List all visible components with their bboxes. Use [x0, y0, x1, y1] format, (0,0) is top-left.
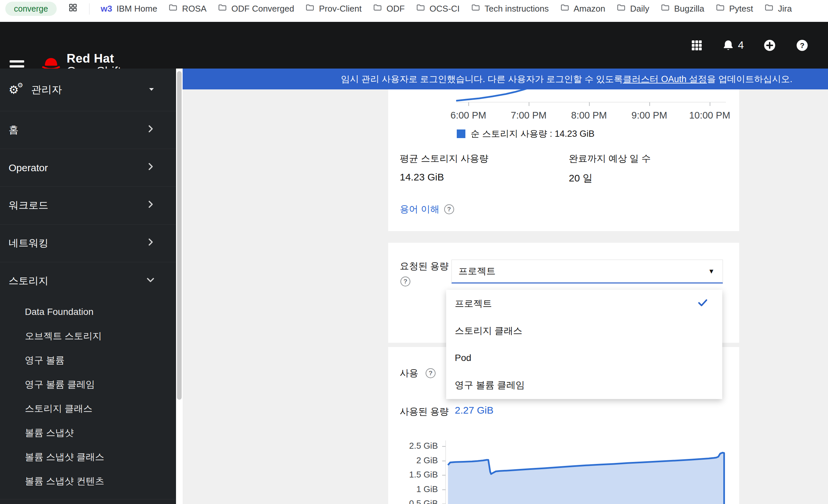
folder-icon	[617, 3, 626, 14]
sidebar-divider	[0, 499, 176, 504]
cluster-oauth-settings-link[interactable]: 클러스터 OAuth 설정	[623, 73, 707, 85]
bookmark-label: ODF	[386, 4, 405, 14]
converge-pill[interactable]: converge	[5, 2, 57, 16]
menu-option-프로젝트[interactable]: 프로젝트	[446, 290, 722, 317]
sidebar-item-네트워킹[interactable]: 네트워킹	[0, 224, 176, 262]
bookmark-rosa[interactable]: ROSA	[168, 3, 207, 14]
usage-y-axis	[446, 441, 446, 504]
understand-terms-link[interactable]: 용어 이해	[400, 203, 440, 216]
chevron-right-icon	[146, 124, 156, 136]
bookmark-label: Bugzilla	[674, 4, 704, 14]
y-tick-label: 2 GiB	[388, 455, 438, 466]
bookmark-label: Tech instructions	[485, 4, 549, 14]
bookmarks-bar: converge w3IBM HomeROSAODF ConvergedProv…	[0, 0, 828, 17]
sidebar-item-operator[interactable]: Operator	[0, 149, 176, 186]
w3-favicon: w3	[101, 4, 112, 14]
y-tick-label: 0.5 GiB	[388, 498, 438, 504]
y-tick-mark	[442, 446, 446, 447]
banner-text: 임시 관리 사용자로 로그인했습니다. 다른 사용자가 로그인할 수 있도록 클…	[183, 68, 828, 89]
bookmark-prov-client[interactable]: Prov-Client	[305, 3, 362, 14]
requested-capacity-label: 요청된 용량	[400, 260, 449, 273]
sidebar-item-워크로드[interactable]: 워크로드	[0, 186, 176, 224]
avg-usage-label: 평균 스토리지 사용량	[400, 152, 489, 165]
sidebar-subitem-볼륨-스냅샷[interactable]: 볼륨 스냅샷	[0, 420, 176, 445]
bookmark-label: OCS-CI	[429, 4, 460, 14]
sidebar-subitem-data-foundation[interactable]: Data Foundation	[0, 300, 176, 324]
y-tick-label: 1.5 GiB	[388, 469, 438, 480]
bookmark-jira[interactable]: Jira	[764, 3, 792, 14]
breakdown-select-value: 프로젝트	[458, 265, 496, 277]
trend-x-axis	[456, 102, 726, 102]
help-question-circle-icon[interactable]: ?	[795, 39, 809, 52]
svg-text:?: ?	[800, 41, 804, 49]
bookmark-tech-instructions[interactable]: Tech instructions	[471, 3, 549, 14]
usage-area-chart	[446, 441, 726, 504]
bookmark-odf[interactable]: ODF	[373, 3, 405, 14]
notifications-bell-icon[interactable]: 4	[722, 39, 744, 52]
add-plus-circle-icon[interactable]	[763, 39, 776, 52]
breakdown-select[interactable]: 프로젝트 ▼	[451, 260, 723, 283]
used-capacity-label: 사용된 용량	[400, 405, 449, 418]
days-to-full-label: 완료까지 예상 일 수	[569, 152, 651, 165]
menu-option-pod[interactable]: Pod	[446, 345, 722, 372]
sidebar-scrollbar-track[interactable]	[176, 68, 183, 504]
sidebar-subitem-영구-볼륨[interactable]: 영구 볼륨	[0, 348, 176, 372]
sidebar-subitem-볼륨-스냅샷-클래스[interactable]: 볼륨 스냅샷 클래스	[0, 445, 176, 469]
bookmark-odf-converged[interactable]: ODF Converged	[218, 3, 294, 14]
app-launcher-icon[interactable]	[691, 39, 703, 51]
masthead: Red Hat OpenShift 4	[0, 22, 828, 68]
bookmark-label: Amazon	[574, 4, 605, 14]
menu-option-영구-볼륨-클레임[interactable]: 영구 볼륨 클레임	[446, 372, 722, 399]
y-tick-mark	[442, 475, 446, 475]
x-tick-label: 10:00 PM	[680, 110, 740, 121]
folder-icon	[373, 3, 382, 14]
usage-title: 사용	[400, 367, 418, 379]
chevron-right-icon	[146, 162, 156, 174]
help-icon[interactable]: ?	[401, 276, 410, 286]
menu-option-스토리지-클래스[interactable]: 스토리지 클래스	[446, 317, 722, 345]
used-capacity-value-link[interactable]: 2.27 GiB	[455, 405, 494, 416]
days-to-full-value: 20 일	[569, 172, 593, 185]
x-tick-mark	[468, 102, 469, 106]
bookmark-label: Daily	[630, 4, 649, 14]
legend-label: 순 스토리지 사용량 : 14.23 GiB	[471, 128, 595, 140]
chevron-right-icon	[146, 199, 156, 212]
sidebar-subitem-스토리지-클래스[interactable]: 스토리지 클래스	[0, 396, 176, 420]
folder-icon	[716, 3, 725, 14]
bookmark-ocs-ci[interactable]: OCS-CI	[416, 3, 460, 14]
chevron-right-icon	[146, 237, 156, 249]
bookmark-bugzilla[interactable]: Bugzilla	[661, 3, 704, 14]
y-tick-label: 1 GiB	[388, 484, 438, 494]
folder-icon	[560, 3, 570, 14]
sidebar-subitem-영구-볼륨-클레임[interactable]: 영구 볼륨 클레임	[0, 372, 176, 396]
bookmark-daily[interactable]: Daily	[617, 3, 649, 14]
sidebar-scrollbar-thumb[interactable]	[177, 71, 182, 400]
sidebar-item-스토리지[interactable]: 스토리지	[0, 262, 176, 300]
sidebar-item-홈[interactable]: 홈	[0, 111, 176, 149]
x-tick-label: 9:00 PM	[620, 110, 679, 121]
sidebar-subitem-오브젝트-스토리지[interactable]: 오브젝트 스토리지	[0, 324, 176, 348]
folder-icon	[661, 3, 670, 14]
x-tick-label: 7:00 PM	[499, 110, 558, 121]
caret-down-icon	[148, 85, 156, 94]
y-tick-mark	[442, 490, 446, 490]
bookmark-amazon[interactable]: Amazon	[560, 3, 605, 14]
nav-items: 홈Operator워크로드네트워킹스토리지Data Foundation오브젝트…	[0, 111, 176, 504]
help-icon[interactable]: ?	[426, 368, 436, 378]
x-tick-mark	[529, 102, 529, 106]
bookmark-pytest[interactable]: Pytest	[716, 3, 753, 14]
bookmark-label: Pytest	[729, 4, 753, 14]
help-icon[interactable]: ?	[444, 204, 454, 214]
sidebar-subitem-볼륨-스냅샷-컨텐츠[interactable]: 볼륨 스냅샷 컨텐츠	[0, 469, 176, 493]
sidebar-item-label: 홈	[9, 123, 18, 137]
avg-usage-value: 14.23 GiB	[400, 172, 444, 183]
apps-grid-icon[interactable]	[68, 3, 78, 15]
gears-icon: ⚙⚙	[9, 83, 25, 97]
bookmarks-separator	[89, 3, 89, 14]
understand-terms-row: 용어 이해 ?	[400, 203, 454, 216]
sidebar-item-label: 네트워킹	[9, 236, 48, 250]
bookmark-ibm-home[interactable]: w3IBM Home	[101, 4, 158, 14]
perspective-switcher[interactable]: ⚙⚙ 관리자	[0, 68, 176, 111]
bookmark-label: Prov-Client	[319, 4, 362, 14]
page: converge w3IBM HomeROSAODF ConvergedProv…	[0, 0, 828, 504]
